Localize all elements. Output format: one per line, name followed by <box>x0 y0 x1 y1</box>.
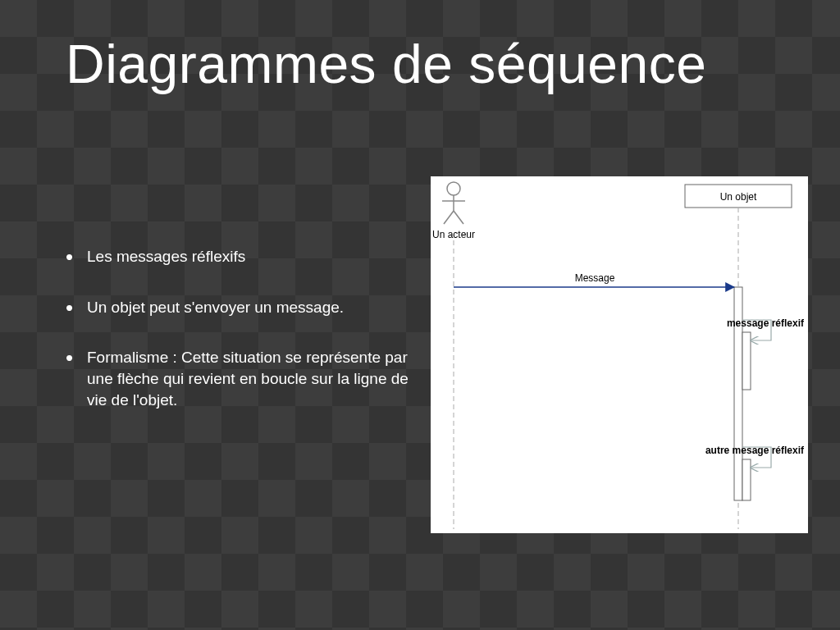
actor-label: Un acteur <box>432 229 475 240</box>
actor-icon <box>442 182 465 224</box>
bullet-item: Un objet peut s'envoyer un message. <box>66 297 418 318</box>
svg-line-3 <box>444 211 454 224</box>
svg-line-4 <box>454 211 463 224</box>
svg-point-0 <box>447 182 460 195</box>
slide-content: Les messages réflexifs Un objet peut s'e… <box>66 246 418 440</box>
bullet-item: Formalisme : Cette situation se représen… <box>66 347 418 410</box>
slide-title: Diagrammes de séquence <box>66 33 807 95</box>
bullet-item: Les messages réflexifs <box>66 246 418 267</box>
bullet-list: Les messages réflexifs Un objet peut s'e… <box>66 246 418 410</box>
object-box: Un objet <box>685 185 792 208</box>
slide: Diagrammes de séquence Les messages réfl… <box>0 0 840 630</box>
reflexive-message-1 <box>742 320 771 390</box>
sequence-diagram-svg: Un acteur Un objet Message message réfle… <box>431 176 808 533</box>
reflexive-activation-2 <box>742 459 751 500</box>
bullet-text: Un objet peut s'envoyer un message. <box>87 299 344 316</box>
sequence-diagram: Un acteur Un objet Message message réfle… <box>431 176 808 533</box>
object-label: Un objet <box>720 191 757 203</box>
bullet-text: Formalisme : Cette situation se représen… <box>87 349 409 408</box>
reflexive-label: message réflexif <box>727 317 805 329</box>
message-label: Message <box>575 272 615 284</box>
bullet-text: Les messages réflexifs <box>87 248 245 265</box>
reflexive-activation-1 <box>742 332 751 390</box>
other-reflexive-label: autre mesage réflexif <box>705 445 805 456</box>
